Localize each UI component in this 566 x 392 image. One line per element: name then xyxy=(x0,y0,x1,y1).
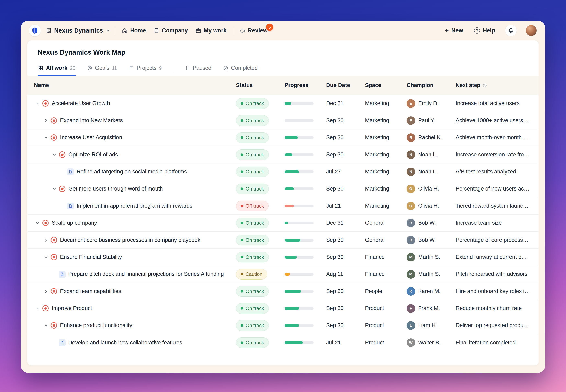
info-icon[interactable] xyxy=(482,83,487,88)
notifications-button[interactable] xyxy=(505,25,517,36)
space[interactable]: Marketing xyxy=(365,186,407,192)
champion-name: Bob W. xyxy=(418,237,436,243)
table-row[interactable]: Increase User Acquisition On track Sep 3… xyxy=(28,129,538,146)
table-row[interactable]: Optimize ROI of ads On track Sep 30 Mark… xyxy=(28,146,538,163)
expander-icon[interactable] xyxy=(51,151,58,158)
tab-projects[interactable]: Projects 9 xyxy=(128,64,162,76)
user-avatar[interactable] xyxy=(525,25,537,36)
status-badge[interactable]: On track xyxy=(236,303,269,314)
row-name[interactable]: Scale up company xyxy=(52,219,97,226)
space[interactable]: Finance xyxy=(365,271,407,277)
status-badge[interactable]: On track xyxy=(236,320,269,331)
nav-item-company[interactable]: Company xyxy=(152,25,189,36)
nav-item-review[interactable]: Review 5 xyxy=(238,25,269,36)
status-badge[interactable]: On track xyxy=(236,115,269,126)
space[interactable]: Marketing xyxy=(365,152,407,158)
row-name[interactable]: Enhance product functionality xyxy=(60,322,132,329)
space[interactable]: Product xyxy=(365,339,407,346)
table-row[interactable]: Get more users through word of mouth On … xyxy=(28,180,538,197)
space[interactable]: Marketing xyxy=(365,100,407,107)
status-badge[interactable]: On track xyxy=(236,218,269,228)
row-name[interactable]: Optimize ROI of ads xyxy=(68,151,118,158)
row-name[interactable]: Implement in-app referral program with r… xyxy=(76,202,193,210)
space[interactable]: Marketing xyxy=(365,203,407,209)
table-row[interactable]: Develop and launch new collaborative fea… xyxy=(28,334,538,351)
table-row[interactable]: Ensure Financial Stability On track Sep … xyxy=(28,249,538,266)
row-name[interactable]: Accelerate User Growth xyxy=(52,100,110,107)
space[interactable]: Marketing xyxy=(365,117,407,124)
new-button[interactable]: + New xyxy=(444,25,464,36)
name-cell: Enhance product functionality xyxy=(28,322,236,329)
due-date: Aug 11 xyxy=(326,271,365,277)
nav-item-my-work[interactable]: My work xyxy=(194,25,228,36)
row-name[interactable]: Expand team capabilities xyxy=(60,288,121,295)
table-row[interactable]: Implement in-app referral program with r… xyxy=(28,197,538,214)
status-badge[interactable]: On track xyxy=(236,98,269,109)
status-badge[interactable]: On track xyxy=(236,252,269,263)
space[interactable]: People xyxy=(365,288,407,294)
status-badge[interactable]: On track xyxy=(236,184,269,194)
nav-item-home[interactable]: Home xyxy=(121,25,147,36)
table-row[interactable]: Expand team capabilities On track Sep 30… xyxy=(28,283,538,300)
status-badge[interactable]: On track xyxy=(236,149,269,160)
row-name[interactable]: Get more users through word of mouth xyxy=(68,185,163,192)
space[interactable]: General xyxy=(365,237,407,243)
status-badge[interactable]: Off track xyxy=(236,201,268,211)
tab-goals[interactable]: Goals 11 xyxy=(87,64,117,76)
table-row[interactable]: Improve Product On track Sep 30 Product … xyxy=(28,300,538,317)
space[interactable]: Finance xyxy=(365,254,407,260)
tab-paused[interactable]: Paused xyxy=(184,64,212,76)
status-badge[interactable]: On track xyxy=(236,167,269,177)
status-badge[interactable]: On track xyxy=(236,286,269,297)
expander-icon[interactable] xyxy=(34,305,41,312)
table-row[interactable]: Prepare pitch deck and financial project… xyxy=(28,266,538,283)
expander-icon[interactable] xyxy=(42,117,50,124)
progress-bar xyxy=(285,187,313,190)
space[interactable]: Product xyxy=(365,322,407,329)
progress-fill xyxy=(285,273,290,276)
row-name[interactable]: Develop and launch new collaborative fea… xyxy=(68,339,182,346)
row-name[interactable]: Document core business processes in comp… xyxy=(60,236,200,244)
champion-name: Olivia H. xyxy=(418,203,439,209)
expander-icon[interactable] xyxy=(42,253,50,261)
help-button[interactable]: ? Help xyxy=(473,25,496,36)
progress-cell xyxy=(285,102,326,105)
row-name[interactable]: Expand into New Markets xyxy=(60,117,123,124)
goal-target-icon xyxy=(51,322,57,329)
champion-cell: W Walter B. xyxy=(407,338,456,347)
workspace-switcher[interactable]: Nexus Dynamics xyxy=(46,27,110,34)
space[interactable]: Product xyxy=(365,305,407,311)
status-badge[interactable]: On track xyxy=(236,337,269,348)
status-badge[interactable]: On track xyxy=(236,132,269,143)
row-name[interactable]: Ensure Financial Stability xyxy=(60,253,122,261)
logo-shield-icon xyxy=(31,27,38,34)
table-row[interactable]: Refine ad targeting on social media plat… xyxy=(28,163,538,180)
row-name[interactable]: Prepare pitch deck and financial project… xyxy=(68,270,224,278)
space[interactable]: General xyxy=(365,220,407,226)
space[interactable]: Marketing xyxy=(365,134,407,141)
table-row[interactable]: Document core business processes in comp… xyxy=(28,232,538,249)
row-name[interactable]: Increase User Acquisition xyxy=(60,134,122,141)
status-badge[interactable]: Caution xyxy=(236,269,267,280)
avatar: W xyxy=(407,338,415,347)
app-logo[interactable] xyxy=(29,25,41,36)
space[interactable]: Marketing xyxy=(365,168,407,175)
table-row[interactable]: Accelerate User Growth On track Dec 31 M… xyxy=(28,95,538,112)
status-badge[interactable]: On track xyxy=(236,235,269,245)
table-row[interactable]: Expand into New Markets On track Sep 30 … xyxy=(28,112,538,129)
expander-icon[interactable] xyxy=(42,322,50,329)
progress-fill xyxy=(285,341,303,344)
row-name[interactable]: Improve Product xyxy=(52,305,92,312)
expander-icon[interactable] xyxy=(42,134,50,141)
expander-icon[interactable] xyxy=(42,237,50,244)
expander-icon[interactable] xyxy=(51,185,58,193)
tab-completed[interactable]: Completed xyxy=(223,64,258,76)
row-name[interactable]: Refine ad targeting on social media plat… xyxy=(76,168,187,175)
expander-icon[interactable] xyxy=(34,219,41,227)
table-row[interactable]: Scale up company On track Dec 31 General… xyxy=(28,214,538,232)
expander-icon[interactable] xyxy=(42,288,50,295)
progress-bar xyxy=(285,273,313,276)
expander-icon[interactable] xyxy=(34,100,41,107)
table-row[interactable]: Enhance product functionality On track S… xyxy=(28,317,538,334)
tab-all-work[interactable]: All work 20 xyxy=(38,64,76,76)
